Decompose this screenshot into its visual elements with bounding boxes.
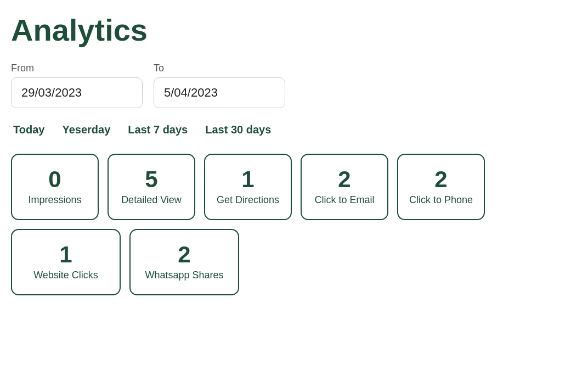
stats-row-2: 1Website Clicks2Whatsapp Shares <box>11 229 577 295</box>
to-label: To <box>154 63 285 74</box>
stat-label-detailed-view: Detailed View <box>121 194 182 206</box>
stat-card-click-to-email: 2Click to Email <box>301 154 388 220</box>
stat-value-whatsapp-shares: 2 <box>178 243 190 266</box>
stat-label-click-to-email: Click to Email <box>314 194 374 206</box>
stat-value-website-clicks: 1 <box>59 243 72 266</box>
stat-label-website-clicks: Website Clicks <box>33 270 98 281</box>
quick-filter-yesterday[interactable]: Yeserday <box>62 121 110 138</box>
stat-value-click-to-phone: 2 <box>434 168 447 191</box>
stat-label-impressions: Impressions <box>28 194 81 206</box>
page-title: Analytics <box>11 13 577 47</box>
stat-label-whatsapp-shares: Whatsapp Shares <box>145 270 223 281</box>
stat-label-get-directions: Get Directions <box>217 194 279 206</box>
quick-filter-last30[interactable]: Last 30 days <box>205 121 271 138</box>
from-date-field: From <box>11 63 143 108</box>
stat-card-website-clicks: 1Website Clicks <box>11 229 121 295</box>
from-date-input[interactable] <box>11 77 143 108</box>
stat-card-detailed-view: 5Detailed View <box>108 154 195 220</box>
stat-card-impressions: 0Impressions <box>11 154 99 220</box>
date-filter-section: From To <box>11 63 577 108</box>
to-date-field: To <box>154 63 285 108</box>
stat-value-detailed-view: 5 <box>145 168 157 191</box>
quick-filter-today[interactable]: Today <box>13 121 44 138</box>
stats-row-1: 0Impressions5Detailed View1Get Direction… <box>11 154 577 220</box>
quick-filter-last7[interactable]: Last 7 days <box>128 121 188 138</box>
stat-label-click-to-phone: Click to Phone <box>409 194 473 206</box>
stat-value-impressions: 0 <box>48 168 61 191</box>
stat-card-whatsapp-shares: 2Whatsapp Shares <box>129 229 239 295</box>
from-label: From <box>11 63 143 74</box>
stat-value-click-to-email: 2 <box>338 168 350 191</box>
to-date-input[interactable] <box>154 77 285 108</box>
stat-value-get-directions: 1 <box>241 168 254 191</box>
stat-card-click-to-phone: 2Click to Phone <box>397 154 485 220</box>
quick-filters: TodayYeserdayLast 7 daysLast 30 days <box>11 121 577 138</box>
stat-card-get-directions: 1Get Directions <box>204 154 292 220</box>
